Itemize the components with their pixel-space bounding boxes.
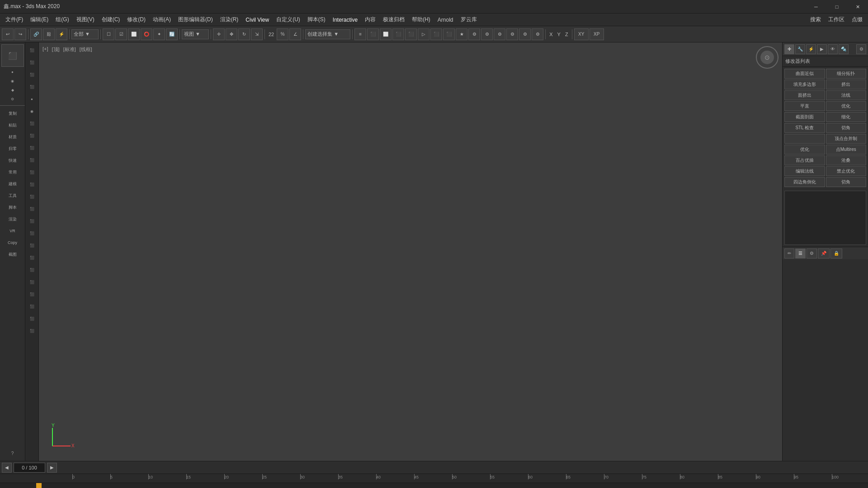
frame-input[interactable] [14, 463, 45, 473]
sidebar-diagram[interactable]: 截图 [1, 249, 24, 260]
minimize-button[interactable]: ─ [806, 0, 826, 14]
scale-button[interactable]: ⇲ [251, 28, 263, 40]
maximize-button[interactable]: □ [826, 0, 847, 14]
tools3-button[interactable]: ⚙ [494, 28, 505, 40]
mod-disable-opt[interactable]: 禁止优化 [826, 166, 867, 176]
viewport-shading[interactable]: [标准] [63, 46, 76, 53]
menu-workspace[interactable]: 工作区 [825, 14, 848, 25]
all-dropdown[interactable]: 全部 ▼ [71, 29, 99, 39]
menu-interactive[interactable]: Interactive [329, 15, 361, 24]
create-selection-dropdown[interactable]: 创建选择集 ▼ [305, 29, 350, 39]
rp-tab-create[interactable]: ✛ [784, 44, 794, 54]
quick-render-button[interactable]: ⬛ [430, 28, 442, 40]
viewport-plus[interactable]: [+] [42, 46, 48, 53]
sub-icon-24[interactable]: ⬛ [26, 325, 38, 337]
sub-icon-10[interactable]: ⬛ [26, 154, 38, 166]
close-button[interactable]: ✕ [847, 0, 868, 14]
mod-extrude[interactable]: 挤出 [826, 80, 867, 89]
menu-cloud[interactable]: 罗云库 [457, 14, 481, 25]
menu-fast-return[interactable]: 极速归档 [379, 14, 408, 25]
viewport-compass[interactable]: ⊙ [756, 46, 778, 69]
mod-normal[interactable]: 法线 [826, 90, 867, 100]
sub-icon-13[interactable]: ⬛ [26, 191, 38, 202]
sub-icon-11[interactable]: ⬛ [26, 166, 38, 178]
tools4-button[interactable]: ⚙ [506, 28, 518, 40]
xp-button[interactable]: XP [590, 28, 604, 40]
mod-edit-normals[interactable]: 编辑法线 [784, 166, 825, 176]
current-frame-marker[interactable] [36, 483, 42, 488]
render-setup-button[interactable]: ⬛ [405, 28, 417, 40]
unlink-button[interactable]: ⛓ [43, 28, 55, 40]
rp-settings-button[interactable]: ⚙ [856, 44, 866, 54]
sub-icon-21[interactable]: ⬛ [26, 288, 38, 300]
mod-optimize2[interactable]: 优化 [784, 145, 825, 155]
mb-tab-pen[interactable]: ✏ [784, 249, 794, 258]
sidebar-vr[interactable]: VR [1, 225, 24, 236]
undo-button[interactable]: ↩ [2, 28, 14, 40]
menu-animate[interactable]: 动画(A) [149, 14, 175, 25]
mod-multires[interactable]: 点Multires [826, 145, 867, 155]
sidebar-display-tab[interactable]: ◆ [1, 86, 24, 94]
viewport[interactable]: [+] [顶] [标准] [线框] ⊙ X Y [39, 42, 782, 461]
menu-civil-view[interactable]: Civil View [242, 15, 273, 24]
rect-select-button[interactable]: ⬜ [128, 28, 140, 40]
menu-bookmarks[interactable]: 点缀 [848, 14, 866, 25]
menu-graph-editor[interactable]: 图形编辑器(D) [175, 14, 217, 25]
menu-arnold[interactable]: Arnold [434, 15, 457, 24]
mod-polyfold[interactable]: 填充多边形 [784, 80, 825, 89]
render-effects-button[interactable]: ★ [456, 28, 467, 40]
sub-icon-18[interactable]: ⬛ [26, 252, 38, 263]
mod-section[interactable]: 截面剖面 [784, 112, 825, 122]
mod-vertex-weld[interactable]: 顶点合并制 [826, 134, 867, 144]
link-button[interactable]: 🔗 [30, 28, 42, 40]
mod-stl[interactable]: STL 检查 [784, 123, 825, 133]
tools2-button[interactable]: ⚙ [481, 28, 493, 40]
sidebar-script[interactable]: 脚本 [1, 202, 24, 213]
lasso-select-button[interactable]: 🔄 [166, 28, 178, 40]
sidebar-create-tab[interactable]: ⬛ [1, 44, 24, 67]
sub-icon-5[interactable]: ● [26, 93, 38, 105]
menu-group[interactable]: 组(G) [52, 14, 72, 25]
circle-select-button[interactable]: ⭕ [141, 28, 152, 40]
sidebar-help[interactable]: ? [7, 447, 19, 459]
sub-icon-9[interactable]: ⬛ [26, 142, 38, 154]
tools5-button[interactable]: ⚙ [519, 28, 531, 40]
mod-empty[interactable] [784, 134, 825, 144]
sub-icon-16[interactable]: ⬛ [26, 227, 38, 239]
menu-content[interactable]: 内容 [361, 14, 379, 25]
select-all-button[interactable]: ☐ [103, 28, 114, 40]
environment-button[interactable]: ⬛ [443, 28, 455, 40]
percent-button[interactable]: % [277, 28, 288, 40]
menu-script[interactable]: 脚本(S) [304, 14, 329, 25]
move-button[interactable]: ✥ [226, 28, 237, 40]
sub-icon-12[interactable]: ⬛ [26, 178, 38, 190]
tools1-button[interactable]: ⚙ [468, 28, 480, 40]
mod-prooptimizer[interactable]: 百占优操 [784, 155, 825, 165]
menu-customize[interactable]: 自定义(U) [273, 14, 304, 25]
redo-button[interactable]: ↪ [14, 28, 26, 40]
sidebar-tools[interactable]: 工具 [1, 190, 24, 201]
mod-chamfer2[interactable]: 切角 [826, 177, 867, 187]
sidebar-common[interactable]: 常用 [1, 167, 24, 178]
sub-icon-15[interactable]: ⬛ [26, 215, 38, 227]
mod-ocean[interactable]: 沧桑 [826, 155, 867, 165]
mb-tab-pin[interactable]: 📌 [818, 249, 830, 258]
bind-button[interactable]: ⚡ [56, 28, 67, 40]
sub-icon-7[interactable]: ⬛ [26, 117, 38, 129]
rotate-button[interactable]: ↻ [238, 28, 250, 40]
sub-icon-20[interactable]: ⬛ [26, 276, 38, 288]
rp-tab-hierarchy[interactable]: ⚡ [806, 44, 816, 54]
rp-tab-display[interactable]: 👁 [828, 44, 838, 54]
menu-file[interactable]: 文件(F) [2, 14, 27, 25]
view-dropdown[interactable]: 视图 ▼ [182, 29, 209, 39]
angle-button[interactable]: ∠ [289, 28, 301, 40]
mb-tab-config[interactable]: ⚙ [807, 249, 817, 258]
sidebar-utilities-tab[interactable]: ⚙ [1, 95, 24, 103]
sidebar-material[interactable]: 材质 [1, 131, 24, 142]
sidebar-model[interactable]: 建模 [1, 178, 24, 189]
material-editor-button[interactable]: ⬜ [380, 28, 392, 40]
menu-render[interactable]: 渲染(R) [217, 14, 242, 25]
sidebar-render[interactable]: 渲染 [1, 214, 24, 225]
viewport-view[interactable]: [顶] [52, 46, 60, 53]
xy-plane-button[interactable]: XY [574, 28, 589, 40]
